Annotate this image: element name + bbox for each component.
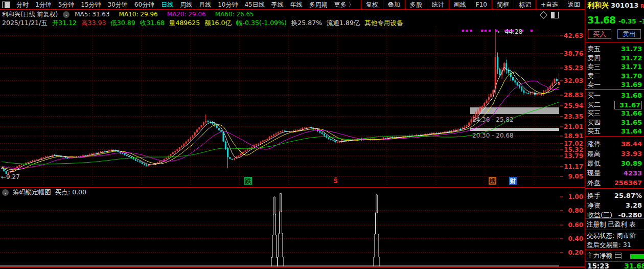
- quote-row-label[interactable]: 买五: [587, 127, 601, 136]
- period-item[interactable]: 季线: [271, 1, 284, 9]
- tool-item[interactable]: 返回: [563, 0, 585, 9]
- tool-item[interactable]: F10: [471, 0, 492, 9]
- stat-value[interactable]: 4233: [624, 168, 642, 178]
- stat-row[interactable]: 最低30.89: [585, 159, 644, 168]
- quote-segment[interactable]: 量489625: [169, 19, 200, 28]
- quote-segment[interactable]: 其他专用设备: [364, 19, 403, 28]
- quote-segment[interactable]: 2025/11/21/五: [2, 19, 48, 28]
- buy-button[interactable]: 买入: [588, 29, 611, 39]
- ma-label[interactable]: MA20: 29.06: [167, 11, 206, 18]
- quote-row-label[interactable]: 卖四: [587, 54, 601, 63]
- stat-label[interactable]: 换手: [587, 191, 601, 200]
- period-item[interactable]: 10分钟: [218, 1, 238, 9]
- quote-row[interactable]: 买一31.68: [585, 91, 644, 100]
- tool-item[interactable]: 画线: [449, 0, 471, 9]
- tool-item[interactable]: 复权: [361, 0, 383, 9]
- quote-row[interactable]: 卖三31.71: [585, 62, 644, 72]
- quote-row-label[interactable]: 买四: [587, 118, 601, 127]
- quote-row-price[interactable]: 31.72: [621, 54, 642, 63]
- event-marker[interactable]: 跌: [244, 177, 252, 185]
- stat-value[interactable]: 25.87%: [614, 191, 642, 200]
- tool-item[interactable]: 标记: [514, 0, 536, 9]
- period-item[interactable]: 1分钟: [35, 1, 52, 9]
- tool-item[interactable]: 多股: [405, 0, 427, 9]
- quote-row[interactable]: 卖一31.69: [585, 80, 644, 89]
- period-item[interactable]: 15分钟: [81, 1, 101, 9]
- stat-row[interactable]: 涨停38.44: [585, 139, 644, 149]
- event-marker[interactable]: 榜: [489, 177, 496, 185]
- tool-item[interactable]: 统计: [427, 0, 449, 9]
- stat-label[interactable]: 现量: [587, 168, 601, 178]
- event-marker[interactable]: Ŝ: [333, 177, 338, 185]
- period-item[interactable]: 5分钟: [58, 1, 75, 9]
- stat-label[interactable]: 最高: [587, 149, 601, 159]
- ma-label[interactable]: MA10: 29.96: [119, 11, 158, 18]
- stat-row[interactable]: 净资3.28: [585, 200, 644, 210]
- quote-row-price[interactable]: 31.64: [621, 127, 642, 136]
- tool-item[interactable]: 叠加: [383, 0, 405, 9]
- stat-row[interactable]: 最高33.93: [585, 149, 644, 159]
- quote-row-label[interactable]: 卖一: [587, 80, 601, 89]
- period-item[interactable]: 周线: [180, 1, 192, 9]
- period-item[interactable]: 年线: [290, 1, 303, 9]
- detail-list-icon[interactable]: [615, 253, 622, 259]
- quote-row-label[interactable]: 买一: [587, 91, 601, 100]
- quote-row-price[interactable]: 31.65: [621, 118, 642, 127]
- quote-row-price[interactable]: 31.69: [621, 80, 642, 89]
- quote-row-price[interactable]: 31.66: [621, 109, 642, 118]
- period-item[interactable]: 更多 〉: [334, 1, 355, 9]
- ma-label[interactable]: MA5: 31.63: [75, 11, 109, 18]
- quote-row-label[interactable]: 买二: [587, 100, 601, 109]
- quote-row[interactable]: 卖二31.70: [585, 72, 644, 81]
- quote-row-price[interactable]: 31.71: [621, 62, 642, 72]
- period-item[interactable]: 月线: [199, 1, 211, 9]
- quote-row[interactable]: 买四31.65: [585, 118, 644, 127]
- period-item[interactable]: 30分钟: [108, 1, 128, 9]
- stat-label[interactable]: 最低: [587, 159, 601, 168]
- stat-label[interactable]: 外盘: [587, 178, 601, 188]
- split-window-icon[interactable]: [551, 12, 559, 18]
- period-item[interactable]: 45日线: [244, 1, 264, 9]
- collapse-chevron-icon[interactable]: ⌄: [63, 11, 70, 18]
- ma-label[interactable]: MA60: 26.65: [215, 11, 254, 18]
- stat-row[interactable]: 现量4233: [585, 168, 644, 178]
- quote-row-label[interactable]: 卖五: [587, 44, 601, 54]
- stat-row[interactable]: 外盘256367: [585, 178, 644, 188]
- main-chart-canvas[interactable]: ← 44.28←9.2724.36 - 25.8220.30 - 20.68跌Ŝ…: [0, 0, 585, 269]
- quote-row[interactable]: 买三31.66: [585, 109, 644, 118]
- quote-row-price[interactable]: 31.67: [614, 101, 642, 109]
- period-item[interactable]: 分时: [16, 1, 29, 9]
- quote-row-price[interactable]: 31.68: [621, 91, 642, 100]
- sell-button[interactable]: 卖出: [617, 29, 641, 39]
- tool-item[interactable]: +自选: [536, 0, 563, 9]
- stat-label[interactable]: 净资: [587, 200, 601, 210]
- quote-segment[interactable]: 低30.89: [110, 19, 135, 28]
- period-item[interactable]: 多周期: [309, 1, 328, 9]
- tool-item[interactable]: 简框: [492, 0, 514, 9]
- indicator-collapse-chevron-icon[interactable]: ⌄: [2, 189, 9, 196]
- quote-row[interactable]: 卖五31.73: [585, 44, 644, 54]
- quote-row[interactable]: 买五31.64: [585, 127, 644, 136]
- quote-segment[interactable]: 换25.87%: [291, 19, 322, 28]
- event-marker[interactable]: 财: [509, 177, 517, 185]
- quote-segment[interactable]: 额16.0亿: [204, 19, 232, 28]
- stat-value[interactable]: 256367: [614, 178, 642, 188]
- stat-value[interactable]: 33.93: [621, 149, 642, 159]
- stat-value[interactable]: 3.28: [626, 200, 642, 210]
- quote-row[interactable]: 买二31.67: [585, 100, 644, 109]
- quote-row-price[interactable]: 31.70: [621, 72, 642, 81]
- window-icon[interactable]: [2, 2, 10, 8]
- stat-label[interactable]: 涨停: [587, 139, 601, 149]
- quote-segment[interactable]: 收31.68: [140, 19, 165, 28]
- stat-value[interactable]: 30.89: [621, 159, 642, 168]
- quote-row-label[interactable]: 买三: [587, 109, 601, 118]
- quote-row-label[interactable]: 卖二: [587, 72, 601, 81]
- quote-row[interactable]: 卖四31.72: [585, 54, 644, 63]
- diamond-icon[interactable]: [540, 11, 548, 19]
- quote-row-price[interactable]: 31.73: [621, 44, 642, 54]
- quote-segment[interactable]: 开31.12: [52, 19, 77, 28]
- period-item[interactable]: 日线: [161, 1, 173, 9]
- period-item[interactable]: 60分钟: [134, 1, 154, 9]
- quote-segment[interactable]: 流通1.89亿: [327, 19, 360, 28]
- quote-segment[interactable]: 高33.93: [81, 19, 106, 28]
